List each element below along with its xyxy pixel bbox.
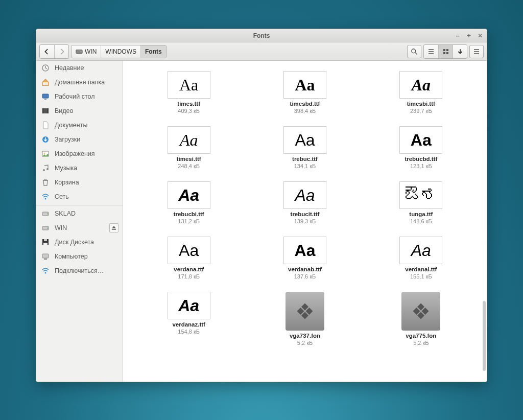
sidebar-item-label: Рабочий стол <box>55 93 94 100</box>
sidebar-item-computer[interactable]: Компьютер <box>36 249 123 264</box>
sidebar-item-label: Компьютер <box>55 253 88 260</box>
font-preview-text: Aa <box>412 77 431 93</box>
forward-arrow-icon <box>59 49 65 55</box>
file-item[interactable]: Aaverdanab.ttf137,6 кБ <box>249 237 360 279</box>
wifi-icon <box>41 267 50 275</box>
breadcrumb: WIN WINDOWS Fonts <box>71 45 167 58</box>
view-options-button[interactable] <box>453 45 467 58</box>
list-view-button[interactable] <box>424 45 438 58</box>
file-grid-pane[interactable]: Aatimes.ttf409,3 кБAatimesbd.ttf398,4 кБ… <box>123 61 487 382</box>
file-size: 131,2 кБ <box>178 218 200 224</box>
window-title: Fonts <box>253 32 270 39</box>
clock-icon <box>41 64 50 72</box>
svg-rect-39 <box>301 303 308 310</box>
grid-icon <box>442 48 449 55</box>
grid-view-button[interactable] <box>438 45 453 58</box>
file-name: timesbi.ttf <box>407 101 435 107</box>
breadcrumb-seg-windows[interactable]: WINDOWS <box>101 45 141 58</box>
sidebar: НедавниеДомашняя папкаРабочий столВидеоД… <box>36 61 123 382</box>
sidebar-item-music[interactable]: Музыка <box>36 161 123 175</box>
search-button[interactable] <box>407 45 421 58</box>
svg-point-38 <box>45 272 46 274</box>
sidebar-item-document[interactable]: Документы <box>36 118 123 132</box>
file-item[interactable]: Aaverdana.ttf171,8 кБ <box>133 237 244 279</box>
sidebar-item-drive[interactable]: SKLAD <box>36 206 123 221</box>
file-item[interactable]: Aaverdanai.ttf155,1 кБ <box>366 237 477 279</box>
file-item[interactable]: Aatrebuc.ttf134,1 кБ <box>249 126 360 169</box>
sidebar-separator <box>36 205 123 205</box>
svg-rect-42 <box>301 312 308 319</box>
file-item[interactable]: Aaverdanaz.ttf154,8 кБ <box>133 292 244 346</box>
breadcrumb-seg-win[interactable]: WIN <box>72 45 101 58</box>
file-item[interactable]: Aatimesi.ttf248,4 кБ <box>133 126 244 169</box>
file-item[interactable]: Aatimesbd.ttf398,4 кБ <box>249 71 360 114</box>
file-name: timesi.ttf <box>177 156 201 162</box>
sidebar-item-drive[interactable]: WIN <box>36 221 123 235</box>
sidebar-item-video[interactable]: Видео <box>36 104 123 118</box>
close-button[interactable]: × <box>477 32 484 39</box>
file-thumbnail: Aa <box>283 237 326 264</box>
floppy-icon <box>41 238 50 246</box>
font-preview-text: Aa <box>295 242 316 259</box>
svg-rect-34 <box>44 239 47 241</box>
svg-rect-26 <box>44 179 46 180</box>
file-item[interactable]: Aatimesbi.ttf239,7 кБ <box>366 71 477 114</box>
sidebar-item-clock[interactable]: Недавние <box>36 61 123 75</box>
sidebar-item-download[interactable]: Загрузки <box>36 132 123 147</box>
file-size: 398,4 кБ <box>294 108 316 114</box>
back-button[interactable] <box>40 45 54 58</box>
svg-point-24 <box>46 168 49 170</box>
file-item[interactable]: vga775.fon5,2 кБ <box>366 292 477 346</box>
file-thumbnail <box>286 292 324 331</box>
fon-file-icon <box>294 300 316 322</box>
sidebar-item-label: Документы <box>55 122 87 129</box>
sidebar-item-wifi[interactable]: Сеть <box>36 190 123 204</box>
sidebar-item-label: Изображения <box>55 150 95 157</box>
font-preview-text: ಔಶ <box>405 187 437 203</box>
forward-button[interactable] <box>54 45 68 58</box>
svg-point-1 <box>81 51 82 52</box>
file-item[interactable]: Aatrebucbi.ttf131,2 кБ <box>133 181 244 224</box>
file-item[interactable]: vga737.fon5,2 кБ <box>249 292 360 346</box>
sidebar-item-floppy[interactable]: Диск Дискета <box>36 235 123 249</box>
download-icon <box>41 135 50 144</box>
sidebar-item-desktop[interactable]: Рабочий стол <box>36 89 123 104</box>
svg-rect-45 <box>413 308 420 315</box>
sidebar-item-trash[interactable]: Корзина <box>36 175 123 190</box>
file-thumbnail: Aa <box>168 71 210 99</box>
pictures-icon <box>41 150 50 158</box>
file-item[interactable]: Aatrebucit.ttf139,3 кБ <box>249 181 360 224</box>
sidebar-item-label: SKLAD <box>55 210 76 217</box>
font-preview-text: Aa <box>295 77 315 93</box>
file-thumbnail: Aa <box>283 126 326 154</box>
breadcrumb-seg-fonts[interactable]: Fonts <box>141 45 166 58</box>
svg-rect-44 <box>422 308 429 315</box>
sidebar-item-home[interactable]: Домашняя папка <box>36 75 123 89</box>
sidebar-item-label: Музыка <box>55 165 77 172</box>
file-item[interactable]: Aatimes.ttf409,3 кБ <box>133 71 244 114</box>
content-area: НедавниеДомашняя папкаРабочий столВидеоД… <box>36 61 487 382</box>
file-name: verdanab.ttf <box>288 266 322 272</box>
file-thumbnail: Aa <box>283 71 326 99</box>
file-name: vga775.fon <box>406 333 436 339</box>
sidebar-item-wifi[interactable]: Подключиться… <box>36 264 123 278</box>
scrollbar[interactable] <box>483 62 486 381</box>
back-arrow-icon <box>44 49 50 55</box>
scrollbar-thumb[interactable] <box>483 301 486 371</box>
breadcrumb-label: WIN <box>85 48 97 55</box>
minimize-button[interactable]: – <box>454 32 461 39</box>
font-preview-text: Aa <box>180 132 198 148</box>
file-item[interactable]: Aatrebucbd.ttf123,1 кБ <box>366 126 477 169</box>
svg-rect-15 <box>42 94 49 98</box>
file-item[interactable]: ಔಶtunga.ttf148,6 кБ <box>366 181 477 224</box>
svg-rect-32 <box>112 229 116 230</box>
home-icon <box>41 78 50 86</box>
sidebar-item-pictures[interactable]: Изображения <box>36 147 123 161</box>
font-preview-text: Aa <box>295 132 315 148</box>
titlebar[interactable]: Fonts – + × <box>36 29 487 42</box>
hamburger-menu-button[interactable] <box>469 45 484 58</box>
file-thumbnail: Aa <box>399 126 442 154</box>
eject-button[interactable] <box>109 223 118 232</box>
maximize-button[interactable]: + <box>465 32 472 39</box>
file-size: 148,6 кБ <box>410 218 432 224</box>
